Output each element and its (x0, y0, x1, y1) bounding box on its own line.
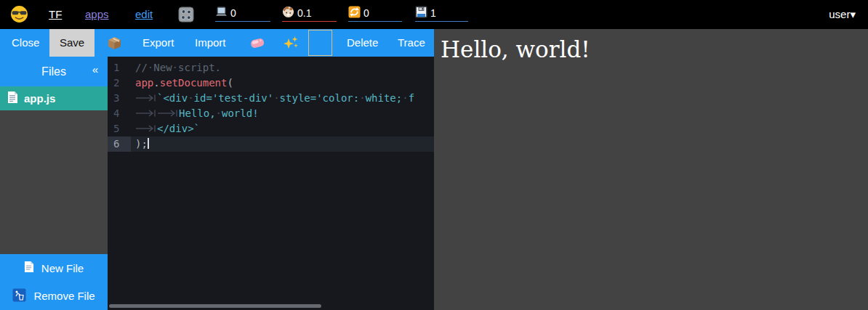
stat-field-floppy[interactable]: 1 (415, 7, 468, 22)
stat-field-laptop[interactable]: 0 (215, 7, 270, 22)
file-document-icon (7, 91, 18, 107)
soap-icon[interactable] (249, 36, 265, 52)
code-line[interactable]: 2app.setDocument( (108, 76, 434, 91)
files-actions: New File Remove File (0, 254, 108, 310)
import-button[interactable]: Import (195, 29, 226, 57)
code-line[interactable]: 5</div>` (108, 121, 434, 136)
line-number: 4 (108, 106, 131, 121)
code-line[interactable]: 6); (108, 136, 434, 152)
nav-link-apps[interactable]: apps (85, 8, 109, 20)
files-body (0, 110, 108, 254)
hamster-icon (282, 6, 294, 21)
nav-link-edit[interactable]: edit (135, 8, 153, 20)
horizontal-scrollbar-thumb[interactable] (109, 304, 321, 308)
laptop-icon (215, 7, 228, 20)
stat-value: 0 (230, 7, 236, 19)
topbar: TF apps edit 0 (0, 0, 868, 29)
line-number: 5 (108, 121, 131, 136)
new-file-button[interactable]: New File (0, 254, 108, 282)
nav-link-tf[interactable]: TF (49, 8, 62, 20)
stat-value: 0.1 (297, 7, 311, 19)
code-line-text[interactable]: </div>` (135, 121, 200, 136)
export-button[interactable]: Export (142, 29, 174, 57)
files-title: Files (41, 65, 66, 78)
stat-value: 0 (363, 7, 369, 19)
code-line-text[interactable]: `<div·id='test-div'·style='color:·white;… (135, 91, 414, 106)
user-menu[interactable]: user▾ (829, 8, 856, 21)
trace-button[interactable]: Trace (398, 29, 425, 57)
preview-pane: Hello, world! (434, 29, 868, 310)
code-line[interactable]: 1//·New·script. (108, 60, 434, 76)
sparkles-icon[interactable] (283, 36, 299, 54)
logo-sunglasses-icon[interactable] (10, 5, 28, 26)
stat-value: 1 (430, 7, 436, 19)
file-name: app.js (24, 92, 55, 105)
package-icon[interactable] (107, 36, 122, 53)
close-button[interactable]: Close (12, 29, 39, 57)
remove-file-label: Remove File (33, 290, 95, 302)
line-number: 3 (108, 91, 131, 106)
save-button[interactable]: Save (49, 29, 95, 57)
collapse-sidebar-button[interactable]: « (92, 63, 98, 76)
remove-file-button[interactable]: Remove File (0, 282, 108, 310)
code-line-text[interactable]: app.setDocument( (135, 76, 233, 91)
app-window: TF apps edit 0 (0, 0, 868, 310)
delete-button[interactable]: Delete (347, 29, 378, 57)
files-header: Files « (0, 57, 108, 86)
code-line[interactable]: 3`<div·id='test-div'·style='color:·white… (108, 91, 434, 106)
code-line-text[interactable]: //·New·script. (135, 60, 221, 76)
code-line-text[interactable]: Hello,·world! (135, 106, 259, 121)
code-lines: 1//·New·script.2app.setDocument(3`<div·i… (108, 57, 434, 152)
line-number: 6 (108, 136, 131, 152)
editor-toolbar: Close Save Export Import (0, 29, 434, 57)
files-panel: Files « app.js (0, 57, 108, 310)
file-item-appjs[interactable]: app.js (0, 86, 108, 110)
preview-text: Hello, world! (441, 36, 590, 62)
code-line-text[interactable]: ); (135, 136, 149, 152)
code-editor[interactable]: 1//·New·script.2app.setDocument(3`<div·i… (108, 57, 434, 310)
text-cursor (148, 138, 149, 149)
stat-field-refresh[interactable]: 0 (348, 7, 402, 22)
refresh-icon (348, 6, 361, 21)
line-number: 1 (108, 60, 131, 76)
dice-icon[interactable] (178, 7, 194, 25)
stat-field-hamster[interactable]: 0.1 (282, 7, 337, 22)
line-number: 2 (108, 76, 131, 91)
new-file-icon (24, 261, 34, 275)
remove-file-icon (12, 288, 26, 304)
floppy-disk-icon (415, 6, 427, 21)
code-line[interactable]: 4Hello,·world! (108, 106, 434, 121)
toolbar-mini-input[interactable] (308, 30, 332, 56)
new-file-label: New File (41, 262, 84, 274)
